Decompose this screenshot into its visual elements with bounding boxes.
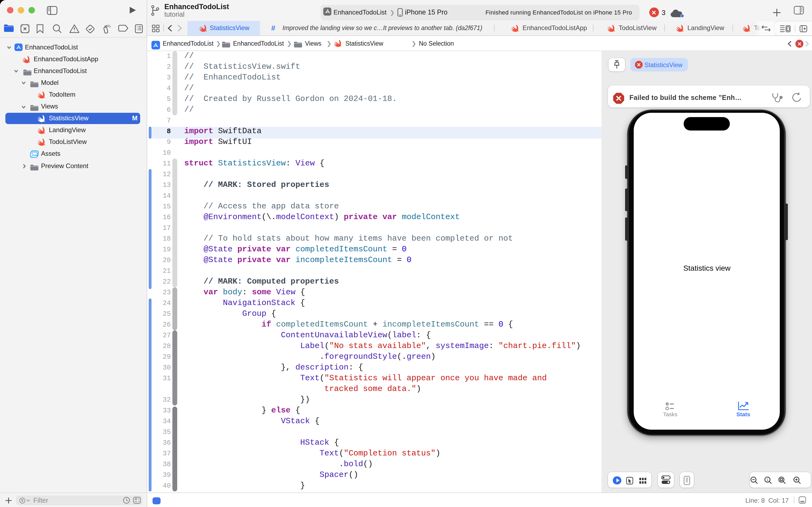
svg-text:1: 1 [766, 477, 768, 482]
